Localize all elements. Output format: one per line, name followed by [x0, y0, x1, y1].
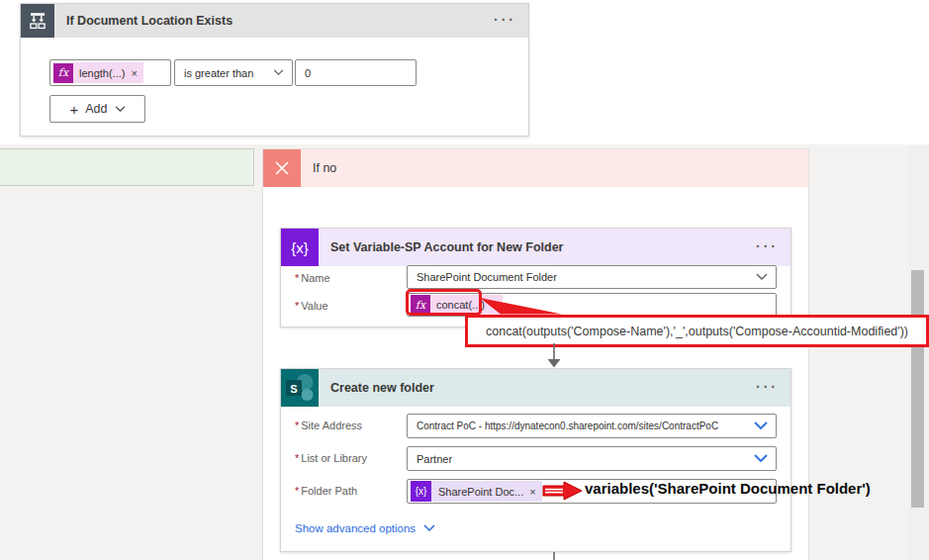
set-variable-menu-button[interactable]: ··· [756, 238, 779, 254]
chevron-down-icon [754, 454, 776, 463]
condition-card[interactable]: If Document Location Exists ··· fx lengt… [20, 3, 529, 137]
create-folder-title: Create new folder [330, 381, 434, 395]
condition-operator-dropdown[interactable]: is greater than [174, 59, 293, 86]
chevron-down-icon [754, 421, 776, 430]
fx-icon: fx [53, 63, 73, 83]
chevron-down-icon [756, 273, 776, 281]
folder-path-label: *Folder Path [295, 485, 357, 497]
list-or-library-dropdown[interactable]: Partner [407, 446, 777, 471]
create-folder-header[interactable]: S Create new folder ··· [281, 369, 790, 407]
svg-text:S: S [290, 383, 297, 395]
set-variable-card[interactable]: {x} Set Variable-SP Account for New Fold… [280, 228, 791, 327]
condition-card-title: If Document Location Exists [66, 14, 232, 28]
add-condition-button[interactable]: + Add [49, 95, 145, 123]
remove-chip-icon[interactable]: × [529, 486, 535, 498]
if-no-title: If no [313, 161, 336, 175]
if-no-header[interactable]: If no [263, 149, 808, 187]
site-address-dropdown[interactable]: Contract PoC - https://dynatecon0.sharep… [407, 414, 777, 438]
scrollbar-thumb[interactable] [911, 270, 924, 508]
chevron-down-icon [423, 524, 435, 532]
site-address-label: *Site Address [295, 420, 362, 431]
variable-name-dropdown[interactable]: SharePoint Document Folder [407, 265, 777, 289]
plus-icon: + [69, 101, 78, 118]
length-expression-chip[interactable]: length(...) × [73, 62, 143, 83]
set-variable-title: Set Variable-SP Account for New Folder [330, 240, 563, 254]
remove-chip-icon[interactable]: × [131, 67, 137, 79]
chevron-down-icon [273, 69, 292, 76]
remove-chip-icon[interactable]: × [491, 299, 497, 311]
set-variable-header[interactable]: {x} Set Variable-SP Account for New Fold… [281, 229, 790, 266]
expression-annotation-box: concat(outputs('Compose-Name'),'_',outpu… [465, 315, 929, 347]
sharepoint-folder-variable-chip[interactable]: {x} SharePoint Doc... × [411, 481, 542, 502]
condition-value-input[interactable]: 0 [295, 59, 417, 86]
variable-icon: {x} [411, 481, 431, 502]
concat-chip-highlight [406, 289, 482, 316]
condition-branch-icon [21, 4, 54, 38]
if-yes-branch-stub[interactable] [0, 148, 254, 186]
sharepoint-icon: S [281, 369, 319, 407]
condition-menu-button[interactable]: ··· [494, 12, 516, 28]
create-folder-menu-button[interactable]: ··· [756, 379, 779, 395]
list-or-library-label: *List or Library [295, 452, 367, 464]
value-label: *Value [295, 300, 328, 312]
name-label: *Name [295, 272, 330, 284]
close-icon [263, 149, 301, 187]
variable-icon: {x} [281, 229, 319, 266]
condition-operand-field[interactable]: fx length(...) × [49, 59, 171, 86]
condition-card-header[interactable]: If Document Location Exists ··· [21, 4, 528, 38]
variable-annotation-text: variables('SharePoint Document Folder') [585, 480, 871, 497]
flow-designer-canvas: If Document Location Exists ··· fx lengt… [0, 0, 929, 560]
create-folder-card[interactable]: S Create new folder ··· *Site Address Co… [280, 368, 791, 552]
show-advanced-options-link[interactable]: Show advanced options [295, 522, 435, 534]
chevron-down-icon [115, 106, 126, 113]
